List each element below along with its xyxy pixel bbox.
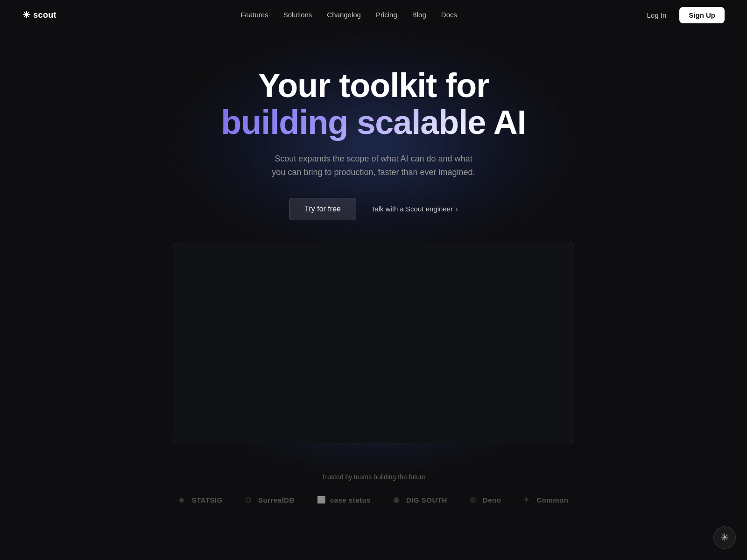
trusted-section: Trusted by teams building the future ◈ S…	[0, 473, 747, 524]
login-button[interactable]: Log In	[641, 7, 672, 23]
nav-item-pricing[interactable]: Pricing	[376, 11, 397, 19]
surrealdb-icon: ⬡	[245, 496, 254, 505]
trusted-label: Trusted by teams building the future	[322, 473, 426, 481]
asterisk-icon: ✳	[720, 532, 729, 544]
statsig-icon: ◈	[179, 496, 188, 505]
bottom-asterisk-button[interactable]: ✳	[713, 526, 736, 549]
demo-preview	[173, 243, 574, 443]
nav-item-changelog[interactable]: Changelog	[327, 11, 361, 19]
logo[interactable]: ✳ scout	[22, 9, 56, 21]
common-icon: ✦	[523, 496, 533, 505]
deno-icon: ◎	[470, 496, 479, 505]
logo-deno: ◎ Deno	[470, 496, 501, 505]
nav-item-features[interactable]: Features	[240, 11, 268, 19]
statsig-name: STATSIG	[192, 496, 223, 504]
logo-statsig: ◈ STATSIG	[179, 496, 223, 505]
deno-name: Deno	[483, 496, 501, 504]
talk-arrow-icon: ›	[456, 205, 458, 213]
talk-engineer-button[interactable]: Talk with a Scout engineer ›	[371, 205, 458, 213]
casestatus-icon: ⬜	[317, 496, 326, 505]
nav-links: Features Solutions Changelog Pricing Blo…	[240, 11, 457, 19]
nav-item-blog[interactable]: Blog	[412, 11, 426, 19]
hero-section: Your toolkit for building scalable AI Sc…	[0, 30, 747, 443]
try-free-button[interactable]: Try for free	[289, 198, 356, 220]
trusted-logos: ◈ STATSIG ⬡ SurrealDB ⬜ case status ◉ DI…	[179, 496, 569, 505]
surrealdb-name: SurrealDB	[258, 496, 295, 504]
logo-icon: ✳	[22, 9, 30, 21]
hero-title-line2: building scalable AI	[221, 104, 526, 141]
casestatus-name: case status	[330, 496, 371, 504]
nav-actions: Log In Sign Up	[641, 7, 725, 23]
digsouth-name: DIG SOUTH	[406, 496, 447, 504]
hero-cta: Try for free Talk with a Scout engineer …	[289, 198, 458, 220]
talk-engineer-label: Talk with a Scout engineer	[371, 205, 453, 213]
signup-button[interactable]: Sign Up	[679, 7, 725, 23]
logo-surrealdb: ⬡ SurrealDB	[245, 496, 295, 505]
navigation: ✳ scout Features Solutions Changelog Pri…	[0, 0, 747, 30]
common-name: Common	[536, 496, 568, 504]
nav-item-solutions[interactable]: Solutions	[283, 11, 312, 19]
hero-white-text: AI	[486, 104, 526, 141]
logo-common: ✦ Common	[523, 496, 568, 505]
hero-gradient-text: building scalable	[221, 104, 486, 141]
hero-subtitle: Scout expands the scope of what AI can d…	[272, 152, 475, 179]
hero-title-line1: Your toolkit for	[258, 67, 489, 104]
digsouth-icon: ◉	[393, 496, 402, 505]
nav-item-docs[interactable]: Docs	[441, 11, 457, 19]
logo-digsouth: ◉ DIG SOUTH	[393, 496, 447, 505]
logo-casestatus: ⬜ case status	[317, 496, 371, 505]
brand-name: scout	[33, 10, 56, 20]
